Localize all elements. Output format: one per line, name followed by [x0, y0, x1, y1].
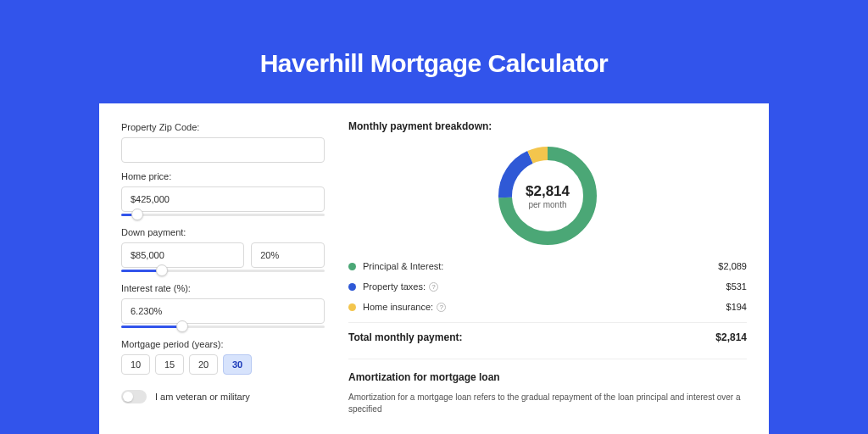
period-option-10[interactable]: 10 [121, 354, 150, 375]
legend-row: Property taxes:?$531 [348, 281, 747, 292]
rate-slider[interactable] [121, 322, 325, 332]
period-segmented: 10152030 [121, 354, 325, 375]
donut-sub: per month [528, 200, 566, 209]
price-slider[interactable] [121, 210, 325, 220]
info-icon[interactable]: ? [437, 303, 446, 312]
breakdown-donut-chart: $2,814 per month [492, 141, 603, 251]
legend-row: Home insurance:?$194 [348, 302, 747, 312]
legend-value: $194 [726, 302, 747, 312]
period-option-20[interactable]: 20 [189, 354, 218, 375]
price-input[interactable] [121, 186, 325, 212]
rate-input[interactable] [121, 298, 325, 324]
breakdown-legend: Principal & Interest:$2,089Property taxe… [348, 261, 747, 312]
rate-label: Interest rate (%): [121, 283, 325, 293]
calculator-card: Property Zip Code: Home price: Down paym… [99, 103, 769, 434]
down-label: Down payment: [121, 227, 325, 237]
legend-dot-icon [348, 263, 356, 270]
breakdown-panel: Monthly payment breakdown: $2,814 per mo… [348, 120, 747, 434]
veteran-toggle[interactable] [121, 390, 147, 403]
legend-value: $2,089 [718, 261, 747, 271]
down-amount-input[interactable] [121, 242, 244, 268]
legend-value: $531 [726, 281, 747, 292]
legend-row: Principal & Interest:$2,089 [348, 261, 747, 271]
legend-label: Property taxes:? [363, 281, 726, 292]
period-option-30[interactable]: 30 [223, 354, 252, 375]
page-title: Haverhill Mortgage Calculator [260, 49, 609, 78]
down-slider[interactable] [121, 266, 325, 276]
zip-input[interactable] [121, 137, 325, 163]
total-value: $2,814 [715, 331, 747, 343]
donut-amount: $2,814 [526, 183, 570, 200]
breakdown-heading: Monthly payment breakdown: [348, 120, 747, 132]
legend-dot-icon [348, 303, 356, 311]
info-icon[interactable]: ? [429, 282, 438, 292]
price-label: Home price: [121, 171, 325, 181]
form-panel: Property Zip Code: Home price: Down paym… [121, 120, 325, 434]
period-option-15[interactable]: 15 [155, 354, 184, 375]
legend-label: Principal & Interest: [363, 261, 718, 271]
total-label: Total monthly payment: [348, 331, 462, 343]
down-percent-input[interactable] [251, 242, 325, 268]
legend-dot-icon [348, 283, 356, 291]
zip-label: Property Zip Code: [121, 122, 325, 132]
veteran-label: I am veteran or military [155, 392, 250, 402]
legend-label: Home insurance:? [363, 302, 726, 312]
period-label: Mortgage period (years): [121, 339, 325, 349]
amortization-heading: Amortization for mortgage loan [348, 359, 747, 383]
amortization-text: Amortization for a mortgage loan refers … [348, 392, 747, 415]
